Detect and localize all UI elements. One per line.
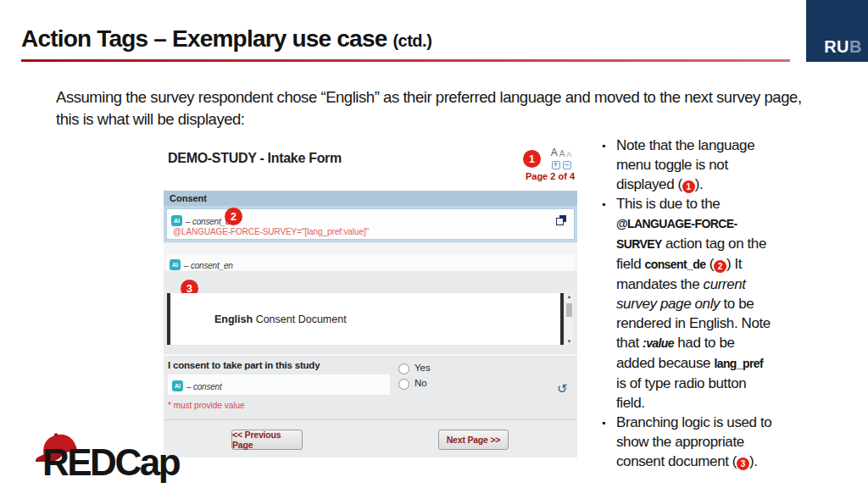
reset-value-icon[interactable]: ↺ [557,382,568,395]
bullet-icon: ▪ [602,136,605,156]
required-note: * must provide value [168,401,245,410]
page-title-suffix: (ctd.) [392,31,431,50]
document-scrollbar[interactable]: ▲ ▼ [565,293,573,345]
redcap-logo-text: REDCap [42,441,179,484]
redcap-logo: REDCap [24,426,193,488]
document-text: English Consent Document [214,313,347,325]
document-right-border [560,293,564,345]
scrollbar-thumb[interactable] [566,303,572,317]
font-large-icon[interactable]: A [551,147,558,158]
consent-question-label: I consent to take part in this study [168,360,320,370]
field-consent: AI– consent [168,374,390,395]
note-item-2: ▪ This is due to the @LANGUAGE-FORCE-SUR… [602,194,773,413]
survey-footer: << Previous Page Next Page >> [164,419,577,458]
annotation-badge-2: 2 [225,208,242,225]
inline-badge-1: 1 [682,180,695,193]
bullet-icon: ▪ [602,195,605,214]
title-underline [21,59,790,62]
rub-logo: RUB [806,0,868,62]
radio-yes-label[interactable]: Yes [415,363,431,373]
intro-text: Assuming the survey respondent chose “En… [56,86,805,130]
inline-badge-3: 3 [737,458,749,470]
next-page-button[interactable]: Next Page >> [438,430,509,450]
zoom-in-button[interactable]: + [552,161,560,169]
ai-field-icon: AI [172,380,183,391]
font-medium-icon[interactable]: A [559,149,565,158]
radio-no-label[interactable]: No [415,378,427,388]
consent-document-page: English Consent Document [170,293,560,345]
ai-field-icon: AI [171,215,182,226]
inline-badge-2: 2 [714,260,726,273]
note-item-3: ▪ Branching logic is used to show the ap… [602,413,773,471]
action-tag-text: @LANGUAGE-FORCE-SURVEY="[lang_pref:value… [173,227,369,236]
field-consent-de: AI– consent_de 2 @LANGUAGE-FORCE-SURVEY=… [166,208,575,240]
section-header-consent: Consent [164,191,577,206]
page-title: Action Tags – Exemplary use case (ctd.) [21,25,431,53]
radio-yes[interactable] [398,363,409,374]
row-divider [164,354,577,356]
code-value-suffix: :value [643,336,674,350]
ai-field-icon: AI [170,259,181,270]
font-small-icon[interactable]: A [567,150,572,158]
survey-form-title: DEMO-STUDY - Intake Form [168,151,342,166]
page-title-main: Action Tags – Exemplary use case [21,25,387,52]
scroll-up-icon[interactable]: ▲ [565,294,573,299]
radio-no[interactable] [398,379,409,390]
bullet-icon: ▪ [602,413,605,433]
previous-page-button[interactable]: << Previous Page [231,430,303,450]
font-size-toggle[interactable]: A A A [547,147,576,158]
notes-list: ▪ Note that the language menu toggle is … [602,136,773,471]
field-consent-en: AI– consent_en [166,254,575,270]
code-field-lang-pref: lang_pref [714,357,763,370]
copy-icon[interactable] [559,215,566,222]
scroll-down-icon[interactable]: ▼ [565,339,573,344]
note-item-1: ▪ Note that the language menu toggle is … [602,136,773,194]
rub-logo-text: RUB [824,37,862,57]
annotation-badge-1: 1 [523,150,541,168]
consent-document-viewer: English Consent Document ▲ ▼ [167,293,573,345]
field-name-label: – consent_en [184,261,233,270]
survey-screenshot: DEMO-STUDY - Intake Form 1 A A A + − Pag… [164,146,577,458]
page-indicator: Page 2 of 4 [526,171,575,181]
code-field-consent-de: consent_de [645,258,706,271]
highlighted-field-band: AI– consent_de 2 @LANGUAGE-FORCE-SURVEY=… [164,206,577,242]
field-name-label: – consent [186,382,222,391]
font-size-controls: A A A + − [547,147,576,169]
zoom-out-button[interactable]: − [563,161,571,169]
